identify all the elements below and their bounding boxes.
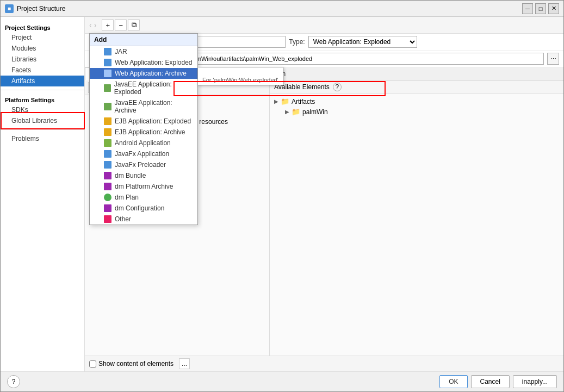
platform-settings-label: Platform Settings <box>1 94 84 104</box>
dropdown-item-javafx-preloader[interactable]: JavaFx Preloader <box>90 159 197 170</box>
web-exploded-icon <box>104 59 111 66</box>
add-dropdown: Add JAR Web Application: Exploded Web Ap… <box>89 33 198 225</box>
show-content-checkbox[interactable] <box>89 360 96 368</box>
avail-item-artifacts[interactable]: ▶ 📁 Artifacts <box>272 96 561 107</box>
help-icon[interactable]: ? <box>333 83 342 91</box>
dropdown-item-javafx[interactable]: JavaFx Application <box>90 148 197 159</box>
app-icon: ■ <box>5 4 14 13</box>
show-content-label: Show content of elements <box>98 360 173 368</box>
other-icon <box>104 215 111 223</box>
sidebar-item-modules[interactable]: Modules <box>1 43 84 54</box>
folder-icon-palmwin: 📁 <box>292 108 300 116</box>
ok-button[interactable]: OK <box>439 375 467 388</box>
sidebar-item-problems[interactable]: Problems <box>1 133 84 144</box>
avail-item-palmwin[interactable]: ▶ 📁 palmWin <box>272 107 561 117</box>
more-button[interactable]: ... <box>179 358 190 369</box>
folder-icon-artifacts: 📁 <box>281 97 289 105</box>
tooltip-empty: Empty <box>202 69 278 77</box>
expand-arrow-palmwin: ▶ <box>285 109 289 115</box>
sidebar-item-artifacts[interactable]: Artifacts <box>1 76 84 86</box>
jar-icon <box>104 48 111 55</box>
javaee-archive-icon <box>104 103 111 110</box>
main-window: ■ Project Structure ─ □ ✕ Project Settin… <box>0 0 564 392</box>
tooltip-popup: Empty For 'palmWin:Web exploded' <box>197 67 283 85</box>
apply-button[interactable]: inapply... <box>513 375 557 388</box>
type-select[interactable]: Web Application: Exploded <box>308 36 417 48</box>
available-tree: ▶ 📁 Artifacts ▶ 📁 palmWin <box>270 94 563 356</box>
dm-plan-icon <box>104 194 111 201</box>
ejb-exploded-icon <box>104 117 111 125</box>
dropdown-item-dm-platform[interactable]: dm Platform Archive <box>90 181 197 192</box>
javafx-preloader-icon <box>104 161 111 169</box>
cancel-button[interactable]: Cancel <box>471 375 510 388</box>
dm-bundle-icon <box>104 172 111 179</box>
minimize-button[interactable]: ─ <box>522 3 533 14</box>
sidebar: Project Settings Project Modules Librari… <box>1 17 85 371</box>
dropdown-item-ejb-archive[interactable]: EJB Application: Archive <box>90 127 197 138</box>
dropdown-item-jar[interactable]: JAR <box>90 46 197 57</box>
dropdown-item-dm-plan[interactable]: dm Plan <box>90 192 197 203</box>
android-icon <box>104 139 111 147</box>
javafx-icon <box>104 150 111 158</box>
show-content-checkbox-label[interactable]: Show content of elements <box>89 360 173 368</box>
dropdown-item-javaee-exploded[interactable]: JavaEE Application: Exploded <box>90 79 197 97</box>
add-button[interactable]: + <box>102 19 114 31</box>
dropdown-item-dm-bundle[interactable]: dm Bundle <box>90 170 197 181</box>
output-browse-button[interactable]: ⋯ <box>547 53 559 65</box>
tooltip-for: For 'palmWin:Web exploded' <box>202 77 278 83</box>
dropdown-item-android[interactable]: Android Application <box>90 138 197 148</box>
close-button[interactable]: ✕ <box>548 3 559 14</box>
footer: ? OK Cancel inapply... <box>1 371 563 391</box>
help-button[interactable]: ? <box>7 375 20 388</box>
dropdown-item-web-exploded[interactable]: Web Application: Exploded <box>90 57 197 68</box>
right-pane: Available Elements ? ▶ 📁 Artifacts ▶ 📁 p… <box>270 80 563 356</box>
sidebar-item-project[interactable]: Project <box>1 32 84 43</box>
dropdown-item-dm-config[interactable]: dm Configuration <box>90 203 197 214</box>
bottom-bar: Show content of elements ... <box>85 356 563 371</box>
dropdown-item-ejb-exploded[interactable]: EJB Application: Exploded <box>90 116 197 127</box>
output-input[interactable] <box>141 53 544 65</box>
type-label: Type: <box>289 38 305 46</box>
sidebar-item-libraries[interactable]: Libraries <box>1 54 84 65</box>
sidebar-divider-2 <box>1 129 84 130</box>
title-bar: ■ Project Structure ─ □ ✕ <box>1 1 563 17</box>
title-bar-left: ■ Project Structure <box>5 4 65 13</box>
sidebar-item-global-libraries[interactable]: Global Libraries <box>1 115 84 126</box>
dropdown-item-other[interactable]: Other <box>90 214 197 225</box>
window-controls: ─ □ ✕ <box>522 3 559 14</box>
dropdown-header: Add <box>90 34 197 46</box>
sidebar-item-sdks[interactable]: SDKs <box>1 104 84 115</box>
nav-arrows: ‹ › <box>89 21 96 29</box>
copy-button[interactable]: ⧉ <box>128 19 140 31</box>
forward-arrow[interactable]: › <box>94 21 97 29</box>
sidebar-divider <box>1 90 84 90</box>
dropdown-item-web-archive[interactable]: Web Application: Archive Empty For 'palm… <box>90 68 197 79</box>
remove-button[interactable]: − <box>115 19 127 31</box>
web-archive-icon <box>104 70 111 77</box>
ejb-archive-icon <box>104 128 111 136</box>
project-settings-label: Project Settings <box>1 21 84 32</box>
back-arrow[interactable]: ‹ <box>89 21 92 29</box>
available-header: Available Elements ? <box>270 80 563 94</box>
dm-config-icon <box>104 204 111 212</box>
dropdown-item-javaee-archive[interactable]: JavaEE Application: Archive <box>90 97 197 116</box>
maximize-button[interactable]: □ <box>535 3 546 14</box>
content-area: Project Settings Project Modules Librari… <box>1 17 563 371</box>
dm-platform-icon <box>104 183 111 190</box>
main-panel: ‹ › + − ⧉ Name: Type: Web Application: E… <box>85 17 563 371</box>
expand-arrow-artifacts: ▶ <box>274 98 278 104</box>
toolbar-row: ‹ › + − ⧉ <box>85 17 563 34</box>
javaee-exploded-icon <box>104 84 111 92</box>
sidebar-item-facets[interactable]: Facets <box>1 65 84 76</box>
window-title: Project Structure <box>17 5 65 13</box>
